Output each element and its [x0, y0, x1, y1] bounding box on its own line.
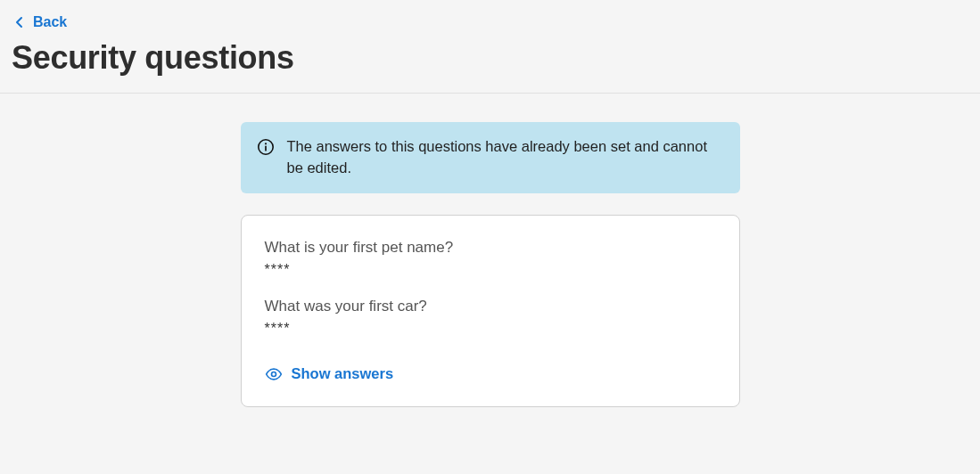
chevron-left-icon [15, 16, 24, 29]
page-title: Security questions [12, 39, 968, 93]
svg-point-3 [271, 372, 276, 376]
eye-icon [265, 365, 283, 383]
security-question-value: **** [265, 262, 716, 278]
show-answers-button[interactable]: Show answers [265, 365, 394, 383]
security-question-label: What is your first pet name? [265, 239, 716, 257]
info-icon [257, 138, 275, 159]
show-answers-label: Show answers [292, 365, 394, 382]
page-header: Back Security questions [0, 0, 980, 94]
back-link[interactable]: Back [15, 12, 67, 30]
content-area: The answers to this questions have alrea… [0, 94, 980, 407]
security-question-value: **** [265, 321, 716, 337]
security-question-label: What was your first car? [265, 298, 716, 315]
security-questions-card: What is your first pet name? **** What w… [241, 215, 740, 407]
security-question-item: What is your first pet name? **** [265, 239, 716, 278]
info-banner-text: The answers to this questions have alrea… [287, 136, 724, 179]
svg-point-1 [264, 143, 266, 144]
security-question-item: What was your first car? **** [265, 298, 716, 337]
svg-rect-2 [265, 146, 267, 151]
info-banner: The answers to this questions have alrea… [241, 122, 740, 193]
back-link-label: Back [33, 14, 67, 30]
